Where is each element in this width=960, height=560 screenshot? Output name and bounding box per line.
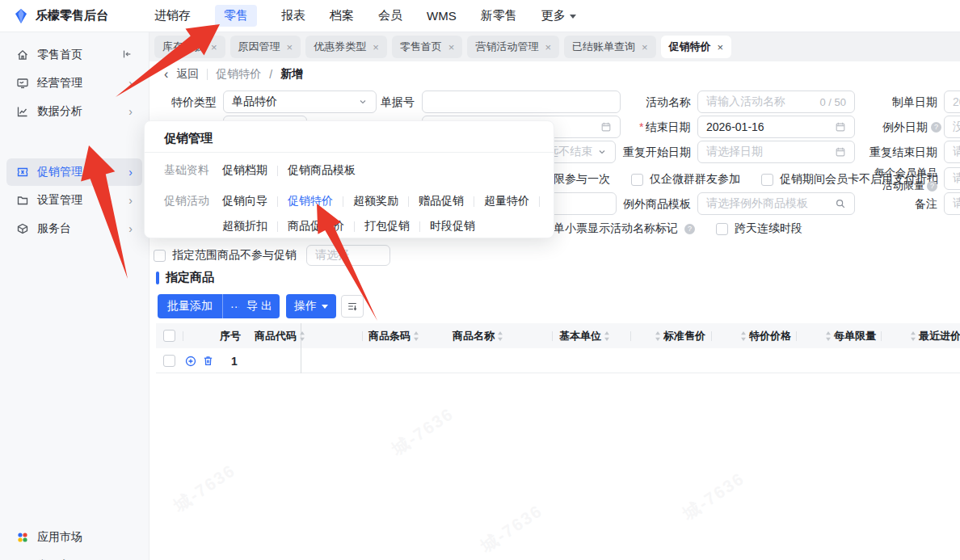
menu-item-gift-promo[interactable]: 赠品促销 [419, 194, 464, 208]
menu-item-time-period-promo[interactable]: 时段促销 [430, 219, 475, 234]
sidebar-item-app-market[interactable]: 应用市场 [6, 524, 142, 551]
tab-promo-special-price[interactable]: 促销特价× [661, 36, 732, 58]
select-all-checkbox[interactable] [163, 330, 175, 342]
col-label: 标准售价 [663, 329, 705, 343]
nav-archives[interactable]: 档案 [330, 8, 354, 23]
add-row-button[interactable] [184, 348, 197, 373]
sort-icon[interactable] [497, 331, 503, 341]
repeat-end-input[interactable]: 请选择日期 [944, 141, 960, 163]
nav-reports[interactable]: 报表 [281, 8, 305, 23]
help-icon[interactable]: ? [927, 181, 937, 192]
menu-item-promo-goods-template[interactable]: 促销商品模板 [288, 163, 356, 178]
sort-icon[interactable] [604, 331, 610, 341]
end-date-input[interactable]: 2026-01-16 [697, 116, 855, 138]
sort-icon[interactable] [299, 331, 305, 341]
close-icon[interactable]: × [642, 41, 648, 53]
close-icon[interactable]: × [373, 41, 379, 53]
menu-item-excess-discount[interactable]: 超额折扣 [222, 219, 267, 234]
exception-date-input[interactable]: 没有例外日期 [944, 116, 960, 138]
brand[interactable]: 乐檬零售后台 [0, 8, 149, 24]
col-header-special-price[interactable]: 特价价格 [740, 323, 791, 348]
sort-icon[interactable] [740, 331, 747, 341]
column-settings-button[interactable] [341, 295, 364, 318]
close-icon[interactable]: × [448, 41, 455, 53]
col-header-goods-code[interactable]: 商品代码 [255, 323, 305, 348]
close-icon[interactable]: × [287, 41, 293, 53]
collapse-sidebar-icon[interactable] [121, 48, 133, 62]
nav-members[interactable]: 会员 [378, 8, 402, 23]
tab-reason-mgmt[interactable]: 原因管理× [230, 36, 301, 58]
sort-icon[interactable] [825, 331, 832, 341]
sidebar-item-data-analysis[interactable]: 数据分析 › [6, 98, 142, 125]
nopay-checkbox[interactable] [761, 174, 773, 186]
menu-item-promo-wizard[interactable]: 促销向导 [222, 194, 267, 208]
col-header-barcode[interactable]: 商品条码 [368, 323, 419, 348]
nav-more[interactable]: 更多 [541, 8, 576, 23]
help-icon[interactable]: ? [931, 122, 941, 133]
sidebar-item-business-mgmt[interactable]: 经营管理 › [6, 69, 142, 97]
export-button[interactable]: 导 出 [239, 294, 280, 318]
sidebar-item-settings-mgmt[interactable]: 设置管理 › [6, 187, 142, 214]
remark-input[interactable]: 请填写 [944, 192, 960, 215]
menu-item-excess-reward[interactable]: 超额奖励 [353, 194, 398, 208]
col-header-base-unit[interactable]: 基本单位 [559, 323, 610, 348]
bill-no-input[interactable] [422, 91, 621, 113]
action-label: 操作 [294, 299, 317, 314]
special-type-select[interactable]: 单品特价 [223, 91, 377, 113]
help-icon[interactable]: ? [684, 224, 695, 234]
col-header-index[interactable]: 序号 [220, 323, 241, 348]
tab-settled-bills[interactable]: 已结账单查询× [564, 36, 656, 58]
exclude-range-checkbox[interactable] [154, 250, 166, 262]
row-checkbox[interactable] [163, 355, 175, 367]
nav-new-retail[interactable]: 新零售 [481, 8, 517, 23]
crossday-checkbox[interactable] [716, 223, 728, 235]
divider [474, 196, 474, 207]
make-date-input[interactable]: 2026-01-16 [944, 91, 960, 113]
wecom-checkbox-label: 仅企微群群友参加 [650, 172, 740, 187]
sidebar-item-retail-home[interactable]: 零售首页 [6, 41, 142, 69]
action-button[interactable]: 操作 [286, 294, 336, 318]
tab-stock-transfer[interactable]: 库存调拨× [154, 36, 225, 58]
tab-retail-home[interactable]: 零售首页× [392, 36, 463, 58]
nav-wms[interactable]: WMS [427, 9, 457, 23]
repeat-start-input[interactable]: 请选择日期 [697, 141, 855, 163]
col-header-goods-name[interactable]: 商品名称 [453, 323, 503, 348]
col-header-per-order-limit[interactable]: 每单限量 [825, 323, 876, 348]
activity-name-input[interactable]: 请输入活动名称 0 / 50 [697, 91, 855, 113]
col-header-last-purchase-price[interactable]: 最近进价 [910, 323, 960, 348]
divider [207, 69, 208, 80]
menu-item-bulk-special-price[interactable]: 超量特价 [484, 194, 529, 208]
row-index-cell: 1 [231, 348, 238, 373]
sort-icon[interactable] [413, 331, 419, 341]
menu-item-promo-schedule[interactable]: 促销档期 [222, 163, 267, 178]
wecom-checkbox[interactable] [631, 174, 643, 186]
divider [408, 196, 409, 207]
sidebar-item-service-desk[interactable]: 服务台 › [6, 215, 142, 242]
col-header-standard-price[interactable]: 标准售价 [655, 323, 705, 348]
close-icon[interactable]: × [211, 41, 217, 53]
back-chevron-icon[interactable]: ‹ [164, 67, 168, 82]
app-market-icon [16, 531, 29, 544]
nav-purchase-sale-stock[interactable]: 进销存 [154, 8, 191, 23]
back-link[interactable]: 返回 [176, 67, 199, 82]
sort-icon[interactable] [910, 331, 916, 341]
exception-template-input[interactable]: 请选择例外商品模板 [697, 192, 855, 215]
exclude-range-input[interactable]: 请选择 [306, 245, 390, 266]
sidebar-item-common-entry[interactable]: 常用入口 [6, 552, 142, 560]
tab-marketing-activity[interactable]: 营销活动管理× [467, 36, 559, 58]
sidebar-item-promotion-mgmt[interactable]: 促销管理 › [6, 158, 142, 186]
delete-row-button[interactable] [202, 348, 214, 373]
tab-coupon-type[interactable]: 优惠券类型× [305, 36, 387, 58]
menu-item-promo-special-price[interactable]: 促销特价 [288, 194, 333, 208]
nav-retail[interactable]: 零售 [215, 5, 257, 27]
sort-icon[interactable] [655, 331, 661, 341]
batch-add-button[interactable]: 批量添加 [158, 294, 222, 318]
menu-item-bundle-promo[interactable]: 打包促销 [364, 219, 410, 234]
menu-item-goods-promo-price[interactable]: 商品促销价 [288, 219, 344, 234]
breadcrumb: ‹ 返回 促销特价 / 新增 [164, 67, 303, 82]
close-icon[interactable]: × [545, 41, 551, 53]
breadcrumb-current: 新增 [280, 67, 303, 82]
close-icon[interactable]: × [718, 41, 724, 53]
exception-date-label: 例外日期? [882, 116, 941, 138]
member-limit-input[interactable]: 请填写 [944, 167, 960, 190]
